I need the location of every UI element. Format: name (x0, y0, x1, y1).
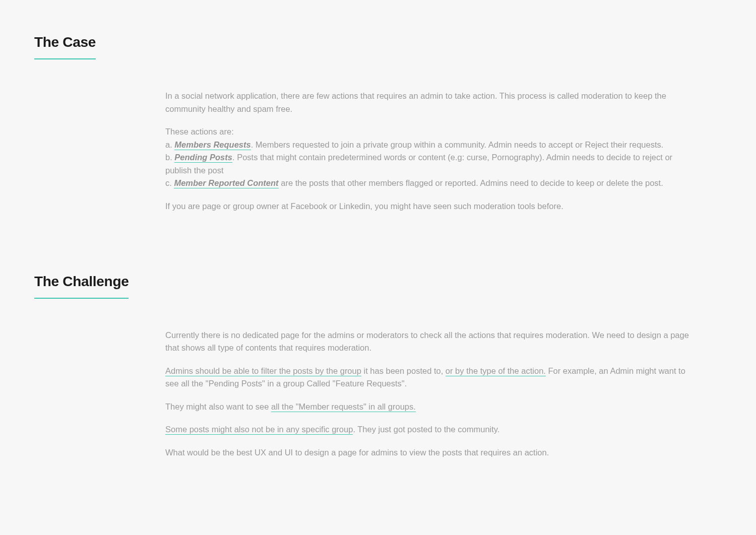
case-outro: If you are page or group owner at Facebo… (165, 200, 690, 213)
case-intro: In a social network application, there a… (165, 90, 690, 115)
section-heading-challenge: The Challenge (34, 274, 129, 299)
challenge-p4: Some posts might also not be in any spec… (165, 423, 690, 436)
action-highlight-members-requests: Members Requests (174, 140, 250, 150)
challenge-p2-underline-1: Admins should be able to filter the post… (165, 366, 361, 376)
case-action-b: b. Pending Posts. Posts that might conta… (165, 151, 690, 177)
challenge-p4-underline: Some posts might also not be in any spec… (165, 425, 353, 435)
case-actions-title: These actions are: (165, 125, 690, 139)
action-highlight-pending-posts: Pending Posts (174, 153, 232, 163)
section-body-challenge: Currently there is no dedicated page for… (165, 329, 690, 459)
section-the-challenge: The Challenge Currently there is no dedi… (34, 274, 690, 459)
challenge-p2-mid: it has been posted to, (361, 366, 446, 375)
action-prefix: c. (165, 178, 172, 187)
challenge-p5: What would be the best UX and UI to desi… (165, 446, 690, 459)
challenge-p2: Admins should be able to filter the post… (165, 365, 690, 390)
section-body-case: In a social network application, there a… (165, 90, 690, 213)
action-prefix: a. (165, 140, 172, 149)
action-rest: Posts that might contain predetermined w… (165, 153, 672, 175)
action-rest: Members requested to join a private grou… (253, 140, 663, 149)
challenge-p3: They might also want to see all the "Mem… (165, 400, 690, 414)
section-the-case: The Case In a social network application… (34, 34, 690, 213)
challenge-p2-underline-2: or by the type of the action. (446, 366, 546, 376)
challenge-p3-underline: all the "Member requests" in all groups. (271, 402, 416, 412)
case-action-c: c. Member Reported Content are the posts… (165, 177, 690, 190)
action-prefix: b. (165, 153, 172, 162)
challenge-p1: Currently there is no dedicated page for… (165, 329, 690, 355)
challenge-p3-pre: They might also want to see (165, 402, 271, 411)
challenge-p4-rest: . They just got posted to the community. (353, 425, 499, 434)
case-action-a: a. Members Requests. Members requested t… (165, 139, 690, 152)
case-actions-block: These actions are: a. Members Requests. … (165, 125, 690, 190)
action-highlight-member-reported-content: Member Reported Content (174, 178, 278, 188)
action-rest: are the posts that other members flagged… (279, 178, 663, 187)
section-heading-case: The Case (34, 34, 96, 59)
